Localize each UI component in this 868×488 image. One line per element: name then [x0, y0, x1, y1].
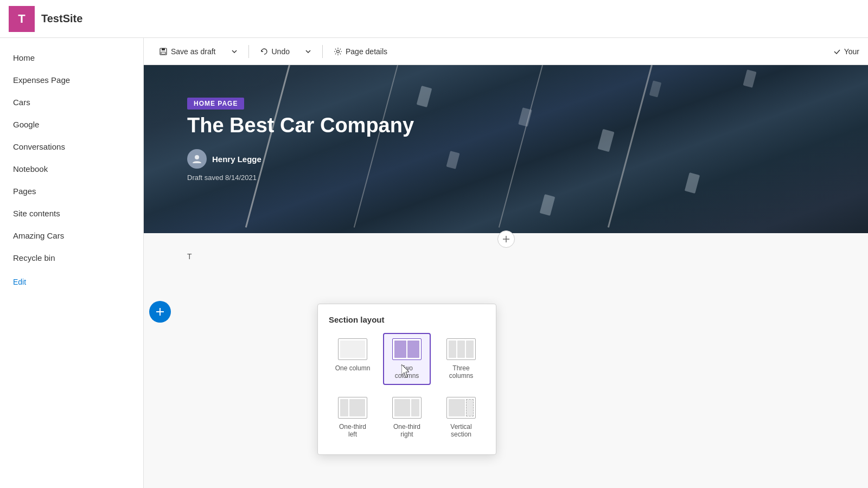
layout-grid: One column Two columns — [329, 333, 485, 444]
svg-rect-2 — [161, 52, 165, 54]
layout-vertical-section[interactable]: Vertical section — [437, 391, 485, 444]
svg-rect-1 — [162, 48, 165, 50]
chevron-down-icon — [231, 48, 238, 55]
hero-title[interactable]: The Best Car Company — [187, 114, 414, 137]
check-icon — [833, 48, 841, 55]
undo-dropdown-button[interactable] — [298, 45, 318, 58]
sidebar-item-amazing-cars[interactable]: Amazing Cars — [0, 224, 143, 247]
layout-one-third-left[interactable]: One-third left — [329, 391, 376, 444]
three-columns-icon — [446, 338, 476, 360]
gear-icon — [334, 47, 342, 56]
site-title: TestSite — [41, 12, 82, 25]
svg-point-4 — [195, 155, 199, 159]
section-layout-popup: Section layout One column — [317, 304, 496, 455]
one-column-label: One column — [335, 364, 371, 372]
draft-status: Draft saved 8/14/2021 — [187, 174, 257, 182]
popup-title: Section layout — [329, 315, 485, 324]
three-columns-label: Three columns — [443, 364, 480, 380]
content-add-button[interactable] — [497, 230, 515, 248]
layout-one-column[interactable]: One column — [329, 333, 376, 385]
undo-icon — [260, 47, 269, 56]
sidebar-item-conversations[interactable]: Conversations — [0, 136, 143, 158]
toolbar-user-area: Your — [833, 47, 859, 56]
draft-letter: T — [187, 252, 192, 261]
layout-one-third-right[interactable]: One-third right — [383, 391, 431, 444]
one-third-right-label: One-third right — [388, 423, 425, 438]
toolbar: Save as draft Undo — [144, 38, 868, 65]
sidebar-item-cars[interactable]: Cars — [0, 91, 143, 113]
one-third-right-icon — [392, 397, 422, 419]
sidebar-item-site-contents[interactable]: Site contents — [0, 202, 143, 224]
page-content: HOME PAGE The Best Car Company Henry Leg… — [144, 65, 868, 488]
plus-icon-white — [155, 307, 165, 317]
sidebar-item-recycle-bin[interactable]: Recycle bin — [0, 247, 143, 269]
hero-banner: HOME PAGE The Best Car Company Henry Leg… — [144, 65, 868, 233]
add-section-button[interactable] — [149, 301, 171, 323]
sidebar: Home Expenses Page Cars Google Conversat… — [0, 38, 144, 488]
sidebar-item-pages[interactable]: Pages — [0, 180, 143, 202]
undo-button[interactable]: Undo — [253, 44, 296, 59]
sidebar-item-notebook[interactable]: Notebook — [0, 158, 143, 180]
one-column-icon — [338, 338, 367, 360]
page-body-text: T — [187, 252, 192, 261]
sidebar-item-edit[interactable]: Edit — [0, 271, 143, 293]
plus-icon — [502, 235, 510, 243]
header: T TestSite — [0, 0, 868, 38]
site-logo: T — [9, 6, 35, 32]
one-third-left-icon — [338, 397, 367, 419]
save-icon — [159, 47, 168, 56]
two-columns-icon — [392, 338, 422, 360]
hero-badge: HOME PAGE — [187, 98, 244, 110]
layout-three-columns[interactable]: Three columns — [437, 333, 485, 385]
save-draft-button[interactable]: Save as draft — [152, 44, 222, 59]
sidebar-item-google[interactable]: Google — [0, 113, 143, 136]
content-area: Save as draft Undo — [144, 38, 868, 488]
main-layout: Home Expenses Page Cars Google Conversat… — [0, 38, 868, 488]
chevron-down-icon-2 — [305, 48, 311, 55]
layout-two-columns[interactable]: Two columns — [383, 333, 431, 385]
sidebar-item-home[interactable]: Home — [0, 47, 143, 69]
sidebar-item-expenses[interactable]: Expenses Page — [0, 69, 143, 91]
save-dropdown-button[interactable] — [225, 45, 244, 58]
author-name: Henry Legge — [212, 155, 261, 164]
vertical-section-label: Vertical section — [443, 423, 480, 438]
avatar — [187, 149, 207, 169]
page-details-button[interactable]: Page details — [327, 44, 394, 59]
toolbar-divider-2 — [322, 45, 323, 58]
vertical-section-icon — [446, 397, 476, 419]
two-columns-label: Two columns — [388, 364, 425, 380]
toolbar-divider — [248, 45, 249, 58]
hero-author: Henry Legge — [187, 149, 261, 169]
one-third-left-label: One-third left — [334, 423, 371, 438]
user-icon — [192, 153, 202, 164]
svg-point-3 — [336, 50, 339, 53]
